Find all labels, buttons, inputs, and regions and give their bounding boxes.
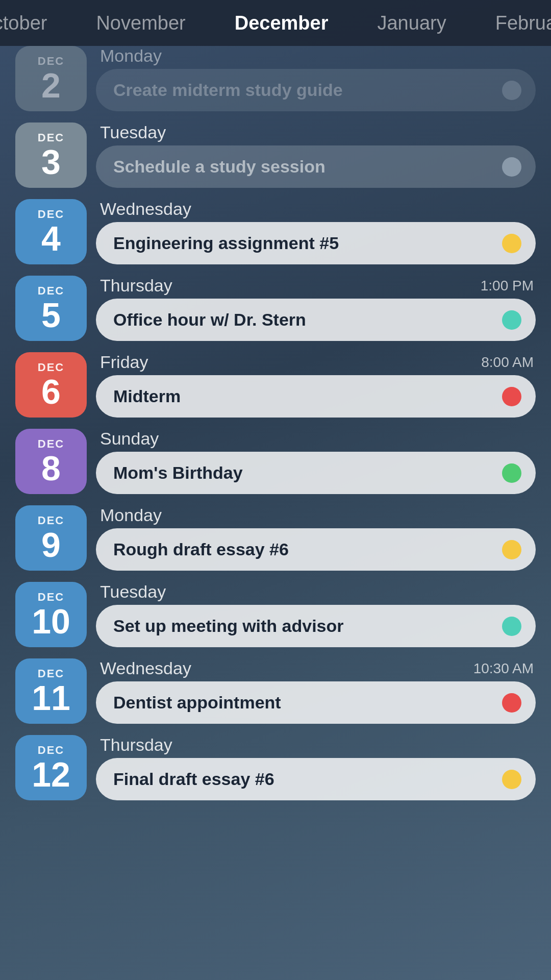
task-card-dec4[interactable]: Engineering assignment #5 bbox=[96, 222, 536, 264]
day-name: Tuesday bbox=[100, 582, 166, 602]
day-label-row: Sunday bbox=[96, 429, 536, 452]
day-name: Wednesday bbox=[100, 199, 191, 219]
date-badge-dec9[interactable]: DEC9 bbox=[15, 505, 87, 571]
task-card-dec3[interactable]: Schedule a study session bbox=[96, 145, 536, 188]
status-dot bbox=[502, 157, 521, 177]
day-right-dec8: SundayMom's Birthday bbox=[96, 429, 536, 494]
task-title: Set up meeting with advisor bbox=[113, 616, 494, 636]
task-title: Engineering assignment #5 bbox=[113, 233, 494, 253]
date-badge-dec3[interactable]: DEC3 bbox=[15, 122, 87, 188]
month-navigation: OctoberNovemberDecemberJanuaryFebruary bbox=[0, 0, 551, 46]
day-label-row: Thursday1:00 PM bbox=[96, 276, 536, 299]
day-entry-dec5: DEC5Thursday1:00 PMOffice hour w/ Dr. St… bbox=[15, 276, 536, 341]
day-name: Tuesday bbox=[100, 122, 166, 142]
date-badge-dec4[interactable]: DEC4 bbox=[15, 199, 87, 264]
day-right-dec2: MondayCreate midterm study guide bbox=[96, 46, 536, 111]
day-number: 3 bbox=[41, 144, 61, 179]
day-number: 11 bbox=[32, 680, 70, 715]
time-label: 8:00 AM bbox=[481, 354, 534, 371]
date-badge-dec2[interactable]: DEC2 bbox=[15, 46, 87, 111]
day-number: 4 bbox=[41, 221, 61, 256]
month-nav-item-february[interactable]: February bbox=[471, 12, 551, 34]
day-entry-dec10: DEC10TuesdaySet up meeting with advisor bbox=[15, 582, 536, 647]
day-entry-dec2: DEC2MondayCreate midterm study guide bbox=[15, 46, 536, 111]
task-title: Create midterm study guide bbox=[113, 80, 494, 100]
day-entry-dec9: DEC9MondayRough draft essay #6 bbox=[15, 505, 536, 571]
month-nav-item-december[interactable]: December bbox=[210, 12, 353, 34]
day-number: 5 bbox=[41, 298, 61, 332]
task-card-dec10[interactable]: Set up meeting with advisor bbox=[96, 605, 536, 647]
day-name: Monday bbox=[100, 46, 162, 66]
status-dot bbox=[502, 540, 521, 559]
day-entry-dec8: DEC8SundayMom's Birthday bbox=[15, 429, 536, 494]
task-card-dec8[interactable]: Mom's Birthday bbox=[96, 452, 536, 494]
day-name: Monday bbox=[100, 505, 162, 525]
day-right-dec10: TuesdaySet up meeting with advisor bbox=[96, 582, 536, 647]
status-dot bbox=[502, 617, 521, 636]
status-dot bbox=[502, 463, 521, 483]
month-nav-item-november[interactable]: November bbox=[71, 12, 210, 34]
date-badge-dec11[interactable]: DEC11 bbox=[15, 658, 87, 724]
day-right-dec11: Wednesday10:30 AMDentist appointment bbox=[96, 658, 536, 724]
date-badge-dec10[interactable]: DEC10 bbox=[15, 582, 87, 647]
task-title: Office hour w/ Dr. Stern bbox=[113, 310, 494, 330]
day-right-dec4: WednesdayEngineering assignment #5 bbox=[96, 199, 536, 264]
task-card-dec12[interactable]: Final draft essay #6 bbox=[96, 758, 536, 800]
status-dot bbox=[502, 81, 521, 100]
day-right-dec12: ThursdayFinal draft essay #6 bbox=[96, 735, 536, 800]
day-entry-dec6: DEC6Friday8:00 AMMidterm bbox=[15, 352, 536, 418]
day-entry-dec11: DEC11Wednesday10:30 AMDentist appointmen… bbox=[15, 658, 536, 724]
task-title: Final draft essay #6 bbox=[113, 769, 494, 789]
date-badge-dec5[interactable]: DEC5 bbox=[15, 276, 87, 341]
task-title: Midterm bbox=[113, 386, 494, 406]
day-label-row: Tuesday bbox=[96, 582, 536, 605]
day-number: 6 bbox=[41, 374, 61, 409]
status-dot bbox=[502, 770, 521, 789]
day-right-dec5: Thursday1:00 PMOffice hour w/ Dr. Stern bbox=[96, 276, 536, 341]
day-right-dec3: TuesdaySchedule a study session bbox=[96, 122, 536, 188]
status-dot bbox=[502, 234, 521, 253]
day-number: 9 bbox=[41, 527, 61, 562]
task-card-dec11[interactable]: Dentist appointment bbox=[96, 681, 536, 724]
status-dot bbox=[502, 310, 521, 330]
month-nav-item-january[interactable]: January bbox=[353, 12, 470, 34]
day-number: 2 bbox=[41, 68, 61, 103]
day-label-row: Tuesday bbox=[96, 122, 536, 145]
day-number: 12 bbox=[32, 757, 70, 792]
day-label-row: Thursday bbox=[96, 735, 536, 758]
day-number: 10 bbox=[32, 604, 70, 639]
day-right-dec9: MondayRough draft essay #6 bbox=[96, 505, 536, 571]
calendar-content: DEC2MondayCreate midterm study guideDEC3… bbox=[0, 46, 551, 832]
day-label-row: Wednesday bbox=[96, 199, 536, 222]
status-dot bbox=[502, 693, 521, 713]
task-card-dec2[interactable]: Create midterm study guide bbox=[96, 69, 536, 111]
task-title: Schedule a study session bbox=[113, 157, 494, 177]
day-name: Thursday bbox=[100, 735, 172, 755]
task-card-dec9[interactable]: Rough draft essay #6 bbox=[96, 528, 536, 571]
day-name: Thursday bbox=[100, 276, 172, 296]
time-label: 10:30 AM bbox=[473, 660, 534, 677]
task-title: Mom's Birthday bbox=[113, 463, 494, 483]
task-card-dec6[interactable]: Midterm bbox=[96, 375, 536, 418]
status-dot bbox=[502, 387, 521, 406]
day-entry-dec4: DEC4WednesdayEngineering assignment #5 bbox=[15, 199, 536, 264]
day-label-row: Monday bbox=[96, 505, 536, 528]
task-card-dec5[interactable]: Office hour w/ Dr. Stern bbox=[96, 299, 536, 341]
day-label-row: Wednesday10:30 AM bbox=[96, 658, 536, 681]
day-right-dec6: Friday8:00 AMMidterm bbox=[96, 352, 536, 418]
month-nav-item-october[interactable]: October bbox=[0, 12, 71, 34]
day-name: Sunday bbox=[100, 429, 159, 449]
day-entry-dec3: DEC3TuesdaySchedule a study session bbox=[15, 122, 536, 188]
day-entry-dec12: DEC12ThursdayFinal draft essay #6 bbox=[15, 735, 536, 800]
day-name: Wednesday bbox=[100, 658, 191, 678]
task-title: Rough draft essay #6 bbox=[113, 540, 494, 559]
date-badge-dec8[interactable]: DEC8 bbox=[15, 429, 87, 494]
day-label-row: Monday bbox=[96, 46, 536, 69]
date-badge-dec6[interactable]: DEC6 bbox=[15, 352, 87, 418]
time-label: 1:00 PM bbox=[481, 278, 534, 294]
task-title: Dentist appointment bbox=[113, 693, 494, 713]
day-label-row: Friday8:00 AM bbox=[96, 352, 536, 375]
day-name: Friday bbox=[100, 352, 148, 372]
day-number: 8 bbox=[41, 451, 61, 485]
date-badge-dec12[interactable]: DEC12 bbox=[15, 735, 87, 800]
